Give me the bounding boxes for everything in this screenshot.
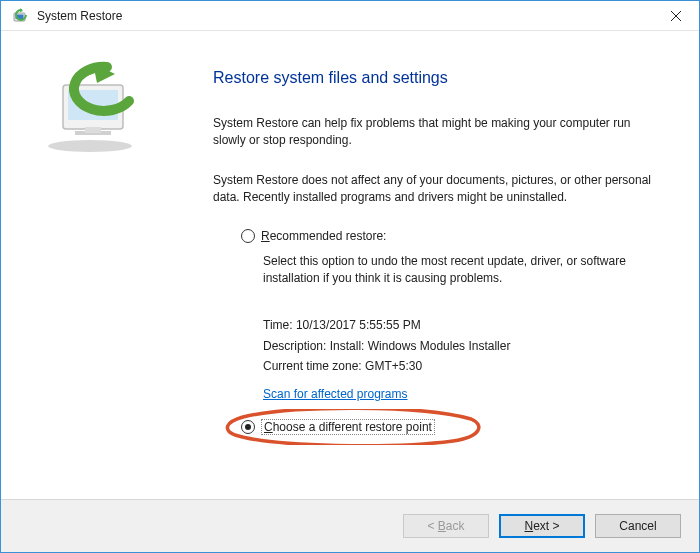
radio-recommended[interactable]: [241, 229, 255, 243]
restore-graphic-icon: [35, 61, 145, 499]
wizard-sidebar: [1, 31, 179, 499]
radio-choose-different-label: Choose a different restore point: [261, 419, 435, 435]
wizard-content: Restore system files and settings System…: [179, 31, 699, 499]
option-recommended[interactable]: Recommended restore:: [241, 229, 665, 243]
recommended-desc: Select this option to undo the most rece…: [263, 253, 665, 288]
option-choose-different[interactable]: Choose a different restore point: [241, 419, 665, 435]
detail-timezone: Current time zone: GMT+5:30: [263, 356, 665, 376]
scan-affected-link[interactable]: Scan for affected programs: [263, 387, 408, 401]
window-title: System Restore: [37, 9, 653, 23]
detail-time: Time: 10/13/2017 5:55:55 PM: [263, 315, 665, 335]
radio-recommended-label: Recommended restore:: [261, 229, 386, 243]
close-button[interactable]: [653, 1, 699, 31]
detail-description: Description: Install: Windows Modules In…: [263, 336, 665, 356]
next-button[interactable]: Next >: [499, 514, 585, 538]
cancel-button[interactable]: Cancel: [595, 514, 681, 538]
intro-para-1: System Restore can help fix problems tha…: [213, 115, 665, 150]
titlebar: System Restore: [1, 1, 699, 31]
restore-details: Time: 10/13/2017 5:55:55 PM Description:…: [263, 315, 665, 376]
radio-choose-different[interactable]: [241, 420, 255, 434]
wizard-footer: < Back Next > Cancel: [1, 499, 699, 552]
system-restore-icon: [11, 7, 29, 25]
svg-rect-6: [85, 127, 101, 133]
close-icon: [671, 11, 681, 21]
svg-point-2: [48, 140, 132, 152]
intro-para-2: System Restore does not affect any of yo…: [213, 172, 665, 207]
wizard-body: Restore system files and settings System…: [1, 31, 699, 499]
page-heading: Restore system files and settings: [213, 69, 665, 87]
back-button: < Back: [403, 514, 489, 538]
